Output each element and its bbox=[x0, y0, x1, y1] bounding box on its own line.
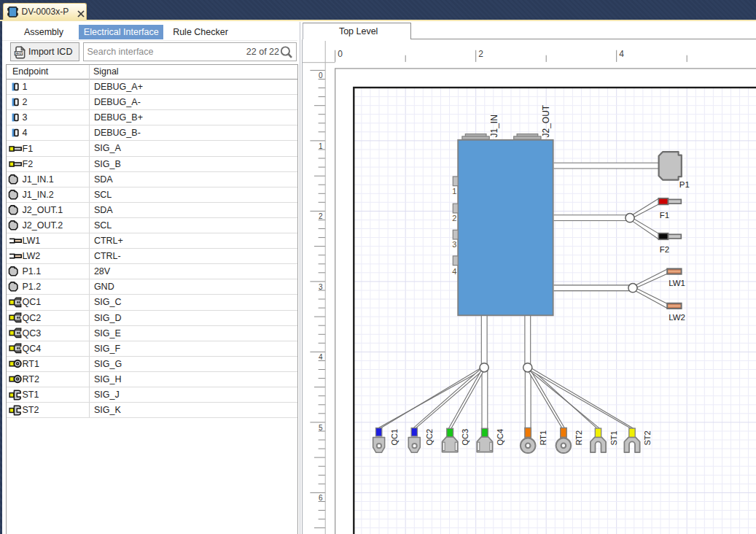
svg-text:4: 4 bbox=[319, 353, 323, 361]
svg-text:QC2: QC2 bbox=[425, 429, 434, 446]
svg-text:QC1: QC1 bbox=[390, 429, 399, 446]
svg-text:3: 3 bbox=[452, 240, 456, 249]
svg-text:CSV: CSV bbox=[15, 52, 23, 55]
svg-text:P1: P1 bbox=[679, 180, 690, 189]
svg-text:4: 4 bbox=[452, 267, 456, 276]
svg-text:0: 0 bbox=[319, 71, 323, 80]
svg-text:1: 1 bbox=[319, 142, 323, 150]
svg-text:6: 6 bbox=[319, 494, 323, 502]
svg-text:4: 4 bbox=[619, 49, 624, 59]
svg-text:RT1: RT1 bbox=[539, 430, 547, 446]
svg-text:2: 2 bbox=[478, 49, 483, 59]
svg-text:J2_OUT: J2_OUT bbox=[541, 104, 551, 137]
svg-text:ST2: ST2 bbox=[643, 430, 652, 445]
svg-text:2: 2 bbox=[452, 214, 456, 222]
svg-text:LW2: LW2 bbox=[669, 313, 685, 322]
svg-text:QC4: QC4 bbox=[496, 429, 504, 446]
svg-text:LW1: LW1 bbox=[669, 279, 685, 287]
svg-text:F2: F2 bbox=[660, 245, 669, 254]
svg-text:RT2: RT2 bbox=[574, 430, 583, 446]
svg-text:2: 2 bbox=[319, 212, 323, 220]
svg-text:F1: F1 bbox=[660, 211, 669, 220]
svg-text:3: 3 bbox=[319, 283, 323, 291]
svg-text:0: 0 bbox=[338, 49, 343, 59]
svg-text:1: 1 bbox=[452, 187, 456, 196]
svg-text:QC3: QC3 bbox=[461, 429, 469, 446]
svg-text:ST1: ST1 bbox=[609, 430, 618, 445]
svg-text:5: 5 bbox=[319, 424, 323, 432]
svg-text:J1_IN: J1_IN bbox=[489, 115, 499, 137]
